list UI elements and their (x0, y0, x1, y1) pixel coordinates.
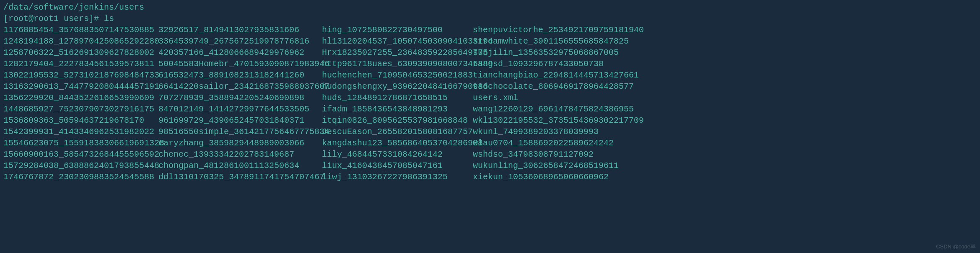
file-entry: liux_4160438457085047161 (322, 160, 473, 171)
file-entry: 1448685927_7523079073027916175 (3, 103, 158, 115)
file-entry: 32926517_8149413027935831606 (158, 24, 322, 36)
file-entry: wukunling_3062658472468519611 (473, 160, 644, 171)
file-entry: tangsd_1093296787433050738 (473, 58, 644, 70)
file-entry: 961699729_4390652457031840371 (158, 115, 322, 126)
file-entry: 50045583Homebr_4701593090871983946 (158, 58, 322, 70)
file-entry: tianchangbiao_2294814445713427661 (473, 70, 644, 81)
file-entry: 616532473_8891082313182441260 (158, 70, 322, 81)
file-entry: liwj_13103267227986391325 (322, 171, 473, 183)
file-entry: 1282179404_2227834561539573811 (3, 58, 158, 70)
file-entry: wkl13022195532_3735154369302217709 (473, 115, 644, 126)
file-entry: 66414220sailor_2342168735988037607 (158, 81, 322, 92)
file-entry: hudongshengxy_9396220484166790986 (322, 81, 473, 92)
file-entry: itqin0826_8095625537981668848 (322, 115, 473, 126)
watermark: CSDN @code羊 (936, 243, 976, 250)
output-column-1: 1176885454_3576883507147530885 124819418… (3, 24, 158, 183)
prompt-prefix: [root@root1 users]# (3, 14, 104, 23)
file-entry: wshdso_34798308791127092 (473, 149, 644, 160)
file-entry: 15729284038_6388862401793855448 (3, 160, 158, 171)
file-entry: wlau0704_1588692022589624242 (473, 137, 644, 149)
file-entry: hing_1072580822730497500 (322, 24, 473, 36)
file-entry: caryzhang_3859829448989003066 (158, 137, 322, 149)
file-entry: ddl1310170325_3478911741754707467 (158, 171, 322, 183)
file-entry: 847012149_14142729977644533505 (158, 103, 322, 115)
file-entry: 13022195532_5273102187698484733 (3, 70, 158, 81)
file-entry: sunjilin_13563532975068867005 (473, 47, 644, 58)
file-entry: shenpuvictorhe_2534921709759181940 (473, 24, 644, 36)
output-column-4: shenpuvictorhe_2534921709759181940 strea… (473, 24, 644, 183)
file-entry: wkunl_7499389203378039993 (473, 126, 644, 137)
command-text: ls (104, 14, 114, 23)
ls-output: 1176885454_3576883507147530885 124819418… (3, 24, 977, 183)
output-column-2: 32926517_8149413027935831606 3364539749_… (158, 24, 322, 183)
prompt-line[interactable]: [root@root1 users]# ls (3, 13, 977, 24)
file-entry: 1248194188_12789704250865292280 (3, 36, 158, 47)
output-column-3: hing_1072580822730497500 hl13120204537_1… (322, 24, 473, 183)
file-entry: chenec_13933342202783149687 (158, 149, 322, 160)
file-entry: huchenchen_7109504653250021883 (322, 70, 473, 81)
file-entry: wang12260129_6961478475824386955 (473, 103, 644, 115)
file-entry: 3364539749_2675672519978776816 (158, 36, 322, 47)
file-entry: xiekun_10536068965060660962 (473, 171, 644, 183)
file-entry: chongpan_4812861001113250634 (158, 160, 322, 171)
file-entry: hl13120204537_10507450309041033194 (322, 36, 473, 47)
file-entry: 98516550simple_3614217756467775834 (158, 126, 322, 137)
file-entry: 1356229920_8443522616653990609 (3, 92, 158, 103)
file-entry: users.xml (473, 92, 644, 103)
file-entry: 1176885454_3576883507147530885 (3, 24, 158, 36)
file-entry: 420357166_4128066689429976962 (158, 47, 322, 58)
file-entry: 707278939_3588942205240690898 (158, 92, 322, 103)
file-entry: JescuEason_2655820158081687757 (322, 126, 473, 137)
file-entry: 15546623075_15591838306619691328 (3, 137, 158, 149)
file-entry: ifadm_1858436543848981293 (322, 103, 473, 115)
path-line: /data/software/jenkins/users (3, 2, 977, 13)
file-entry: http961718uaes_6309390908007345889 (322, 58, 473, 70)
file-entry: kangdashu123_5856864053704286988 (322, 137, 473, 149)
file-entry: 1536809363_50594637219678170 (3, 115, 158, 126)
file-entry: tsdchocolate_8069469178964428577 (473, 81, 644, 92)
file-entry: 1258706322_5162691309627828002 (3, 47, 158, 58)
file-entry: 15660900163_5854732684455596592 (3, 149, 158, 160)
file-entry: 13163290613_7447792080444457191 (3, 81, 158, 92)
file-entry: Hrx18235027255_236483592285649775 (322, 47, 473, 58)
file-entry: 1542399931_4143346962531982022 (3, 126, 158, 137)
file-entry: huds_12848912786871658515 (322, 92, 473, 103)
file-entry: streamwhite_3901156555685847825 (473, 36, 644, 47)
file-entry: 1746767872_2302309883524545588 (3, 171, 158, 183)
file-entry: lily_4684457331084264142 (322, 149, 473, 160)
